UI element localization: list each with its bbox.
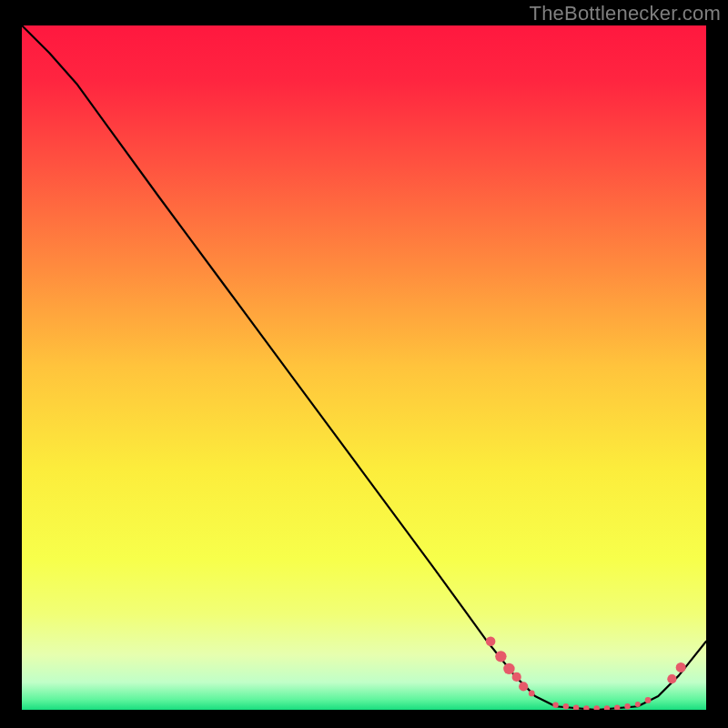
- marker-dot: [563, 703, 569, 709]
- marker-dot: [676, 662, 686, 672]
- marker-dot: [667, 674, 676, 683]
- marker-dot: [512, 672, 521, 682]
- marker-dot: [645, 697, 652, 703]
- marker-dot: [529, 691, 535, 697]
- marker-dot: [624, 703, 630, 709]
- chart-background: [22, 25, 706, 710]
- marker-dot: [503, 663, 514, 674]
- marker-dot: [635, 702, 641, 707]
- marker-dot: [552, 703, 558, 708]
- chart-svg: [22, 25, 706, 710]
- marker-dot: [495, 651, 506, 662]
- chart-viewport: [22, 25, 706, 710]
- attribution-text: TheBottlenecker.com: [530, 2, 721, 25]
- marker-dot: [519, 682, 528, 691]
- marker-dot: [486, 637, 496, 647]
